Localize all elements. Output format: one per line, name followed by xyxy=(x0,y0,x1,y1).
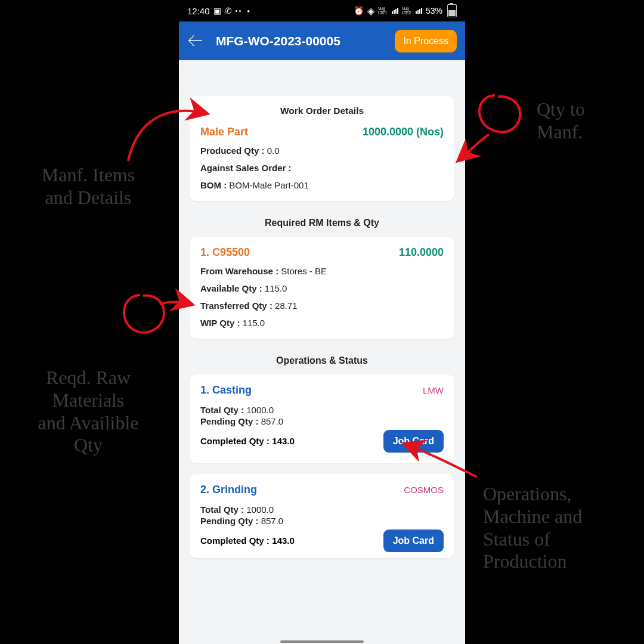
wip-value: 115.0 xyxy=(243,318,265,328)
back-arrow-icon[interactable]: 🡠 xyxy=(187,32,203,50)
annotation-raw-materials: Reqd. RawMaterialsand AvailibleQty xyxy=(5,367,172,457)
rm-header: Required RM Items & Qty xyxy=(179,218,465,228)
signal-2-icon xyxy=(416,8,422,14)
app-bar: 🡠 MFG-WO-2023-00005 In Process xyxy=(179,21,465,60)
battery-percent: 53% xyxy=(426,6,442,16)
wip-label: WIP Qty : xyxy=(200,318,240,328)
rm-item-title: 1. C95500 xyxy=(200,246,250,259)
produced-qty-value: 0.0 xyxy=(267,145,280,156)
trans-value: 28.71 xyxy=(275,301,298,311)
op1-title: 1. Casting xyxy=(200,384,252,397)
annotation-qty-manf: Qty toManf. xyxy=(537,98,638,144)
status-bar: 12:40 ▣ ✆ • • ● ⏰ ◈ Vo))LTE1 Vo))LTE2 53… xyxy=(179,0,465,21)
wo-header: Work Order Details xyxy=(200,106,444,116)
op1-pending-label: Pending Qty : xyxy=(200,416,259,426)
bom-label: BOM : xyxy=(200,180,227,190)
op1-completed-label: Completed Qty : xyxy=(200,436,270,446)
status-time: 12:40 xyxy=(187,6,210,16)
op2-completed-label: Completed Qty : xyxy=(200,535,270,546)
signal-1-icon xyxy=(392,8,398,14)
rm-item-qty: 110.0000 xyxy=(399,246,444,259)
op1-completed: 143.0 xyxy=(272,436,295,446)
op1-total-label: Total Qty : xyxy=(200,405,244,415)
rm-item-card: 1. C95500 110.0000 From Warehouse : Stor… xyxy=(190,237,454,339)
job-card-button-2[interactable]: Job Card xyxy=(383,530,444,552)
avail-value: 115.0 xyxy=(265,283,287,293)
op1-machine: LMW xyxy=(423,385,444,395)
trans-label: Transferred Qty : xyxy=(200,301,273,311)
alarm-icon: ⏰ xyxy=(354,6,364,16)
ops-header: Operations & Status xyxy=(179,355,465,366)
status-badge[interactable]: In Process xyxy=(395,30,457,52)
wifi-icon: ◈ xyxy=(367,5,374,17)
bom-value: BOM-Male Part-001 xyxy=(229,180,308,190)
op2-pending-label: Pending Qty : xyxy=(200,516,259,526)
annotation-operations: Operations,Machine andStatus ofProductio… xyxy=(483,483,638,573)
from-wh-label: From Warehouse : xyxy=(200,266,278,276)
content-scroll[interactable]: Work Order Details Male Part 1000.0000 (… xyxy=(179,60,465,644)
from-wh-value: Stores - BE xyxy=(281,266,327,276)
sim1-label: Vo))LTE1 xyxy=(378,7,387,15)
op2-machine: COSMOS xyxy=(404,485,444,495)
op-card-1: 1. Casting LMW Total Qty : 1000.0 Pendin… xyxy=(190,374,454,463)
battery-icon xyxy=(447,4,457,17)
op1-total: 1000.0 xyxy=(246,405,274,415)
op2-title: 2. Grinding xyxy=(200,484,257,496)
avail-label: Available Qty : xyxy=(200,283,262,293)
op2-total-label: Total Qty : xyxy=(200,504,244,515)
phone-frame: 12:40 ▣ ✆ • • ● ⏰ ◈ Vo))LTE1 Vo))LTE2 53… xyxy=(179,0,465,644)
op-card-2: 2. Grinding COSMOS Total Qty : 1000.0 Pe… xyxy=(190,474,454,558)
op2-total: 1000.0 xyxy=(246,504,274,515)
wo-item-name: Male Part xyxy=(200,126,248,138)
dot-icon: ● xyxy=(247,8,250,14)
wo-qty: 1000.0000 (Nos) xyxy=(363,126,444,138)
annotation-manf-items: Manf. Itemsand Details xyxy=(5,164,172,209)
job-card-button-1[interactable]: Job Card xyxy=(383,430,444,453)
image-icon: ▣ xyxy=(213,6,221,16)
sales-order-label: Against Sales Order : xyxy=(200,163,292,173)
work-order-card: Work Order Details Male Part 1000.0000 (… xyxy=(190,96,454,201)
op2-completed: 143.0 xyxy=(272,535,295,546)
page-title: MFG-WO-2023-00005 xyxy=(216,34,340,48)
whatsapp-icon: ✆ xyxy=(225,6,232,16)
nav-handle[interactable] xyxy=(280,640,364,643)
produced-qty-label: Produced Qty : xyxy=(200,145,265,156)
sim2-label: Vo))LTE2 xyxy=(402,7,411,15)
op2-pending: 857.0 xyxy=(261,516,284,526)
more-icon: • • xyxy=(236,8,242,14)
op1-pending: 857.0 xyxy=(261,416,284,426)
